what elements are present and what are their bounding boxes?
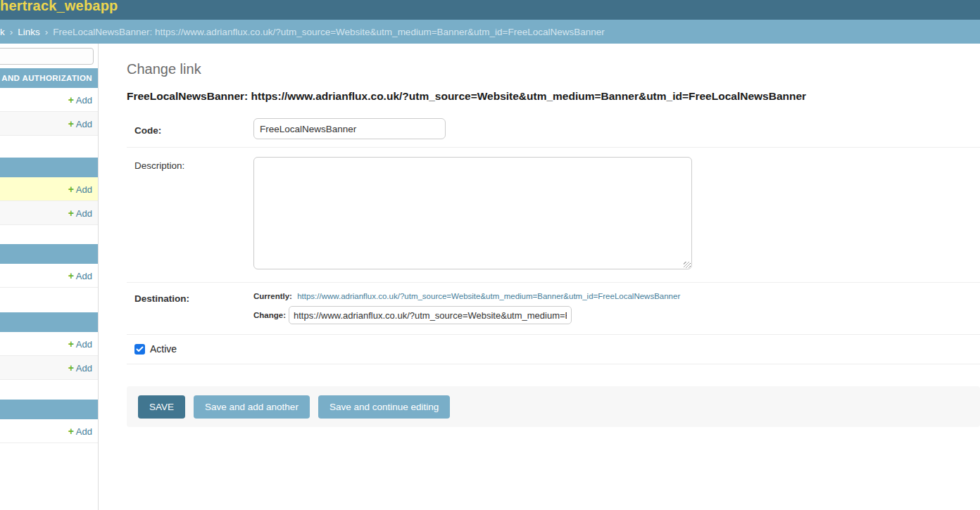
active-label: Active: [150, 343, 177, 355]
save-and-continue-editing-button[interactable]: Save and continue editing: [318, 395, 450, 419]
plus-icon: +: [68, 118, 74, 129]
form-row-description: Description:: [127, 148, 980, 283]
plus-icon: +: [68, 184, 74, 195]
add-link[interactable]: +Add: [68, 94, 92, 106]
breadcrumb-separator: ›: [45, 27, 49, 37]
description-textarea[interactable]: [253, 157, 692, 269]
plus-icon: +: [68, 270, 74, 281]
active-checkbox[interactable]: [134, 344, 145, 355]
sidebar-module-2: +Add +Add: [0, 158, 98, 225]
current-destination-link[interactable]: https://www.adrianflux.co.uk/?utm_source…: [297, 292, 680, 300]
breadcrumb-links-link[interactable]: Links: [18, 27, 40, 37]
nav-sidebar: AND AUTHORIZATION +Add +Add +Add +Add +A…: [0, 44, 99, 510]
form-row-active: Active: [127, 335, 980, 364]
plus-icon: +: [68, 426, 74, 437]
module-caption: [0, 244, 98, 264]
model-row-selected: +Add: [0, 177, 98, 201]
page-title: Change link: [127, 61, 980, 77]
plus-icon: +: [68, 362, 74, 374]
sidebar-module-5: +Add: [0, 400, 98, 443]
add-link[interactable]: +Add: [68, 118, 92, 129]
model-row: +Add: [0, 88, 98, 112]
destination-input[interactable]: [289, 306, 572, 324]
top-app-bar: hertrack_webapp: [0, 0, 980, 20]
module-caption: [0, 158, 98, 177]
form-row-destination: Destination: Currently: https://www.adri…: [127, 283, 980, 335]
module-caption: AND AUTHORIZATION: [0, 68, 98, 88]
currently-label: Currently:: [253, 292, 292, 300]
add-link[interactable]: +Add: [68, 184, 92, 195]
model-row: +Add: [0, 264, 98, 288]
code-label: Code:: [134, 125, 161, 136]
destination-label: Destination:: [134, 293, 189, 304]
add-link[interactable]: +Add: [68, 426, 92, 437]
module-caption: [0, 312, 98, 332]
sidebar-module-4: +Add +Add: [0, 312, 98, 380]
save-button[interactable]: SAVE: [138, 395, 185, 419]
sidebar-module-auth: AND AUTHORIZATION +Add +Add: [0, 68, 98, 136]
sidebar-module-3: +Add: [0, 244, 98, 288]
object-title: FreeLocalNewsBanner: https://www.adrianf…: [127, 90, 980, 103]
add-link[interactable]: +Add: [68, 362, 92, 374]
model-row: +Add: [0, 332, 98, 356]
plus-icon: +: [68, 208, 74, 219]
main-content: Change link FreeLocalNewsBanner: https:/…: [127, 44, 980, 427]
model-row: +Add: [0, 419, 98, 443]
plus-icon: +: [68, 338, 74, 350]
breadcrumb-separator: ›: [10, 27, 13, 37]
form-row-code: Code:: [127, 113, 980, 148]
model-row: +Add: [0, 201, 98, 225]
breadcrumb-current: FreeLocalNewsBanner: https://www.adrianf…: [53, 27, 605, 37]
breadcrumb-app-link[interactable]: k: [0, 27, 5, 37]
add-link[interactable]: +Add: [68, 270, 92, 281]
model-row: +Add: [0, 356, 98, 380]
change-label: Change:: [253, 310, 286, 321]
plus-icon: +: [68, 94, 74, 106]
add-link[interactable]: +Add: [68, 338, 92, 350]
change-link-form: Code: Description: Destination: Currentl…: [127, 113, 980, 427]
add-link[interactable]: +Add: [68, 208, 92, 219]
site-title[interactable]: hertrack_webapp: [0, 0, 118, 14]
submit-row: SAVE Save and add another Save and conti…: [127, 386, 980, 427]
description-label: Description:: [134, 160, 184, 171]
breadcrumb: k › Links › FreeLocalNewsBanner: https:/…: [0, 20, 980, 44]
code-input[interactable]: [253, 118, 446, 139]
sidebar-filter-input[interactable]: [0, 48, 94, 65]
model-row: +Add: [0, 112, 98, 136]
module-caption: [0, 400, 98, 419]
save-and-add-another-button[interactable]: Save and add another: [194, 395, 310, 419]
